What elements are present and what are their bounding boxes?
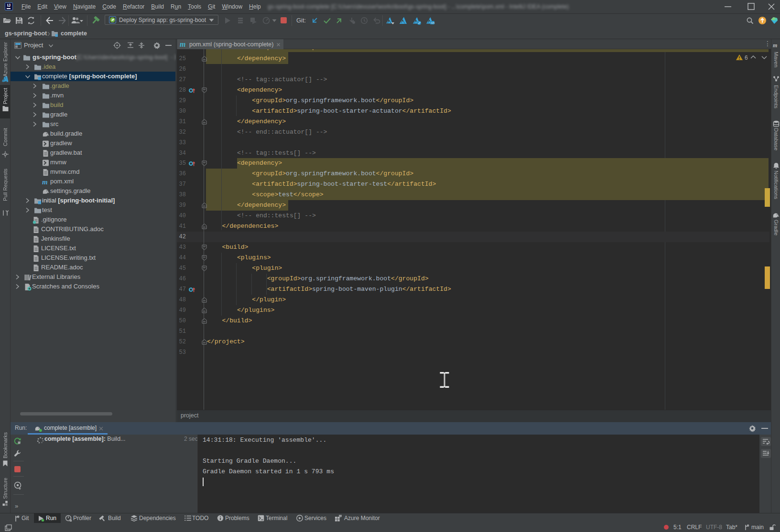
svg-text:m: m bbox=[773, 42, 777, 49]
svg-text:m: m bbox=[180, 40, 185, 48]
svg-text:6: 6 bbox=[745, 54, 748, 61]
svg-text:</>: </> bbox=[431, 21, 435, 24]
